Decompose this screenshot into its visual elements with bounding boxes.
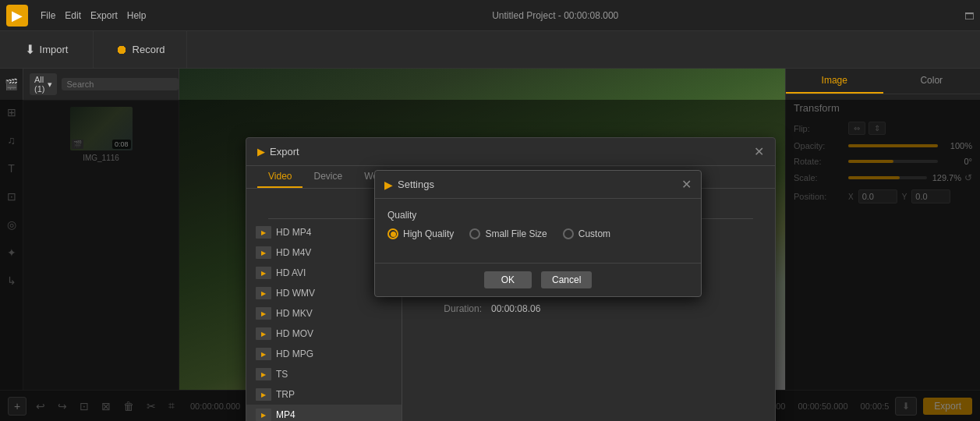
tab-color[interactable]: Color (883, 69, 981, 94)
toolbar-left: ⬇ Import ⏺ Record (0, 31, 187, 68)
export-title-text: Export (270, 146, 299, 157)
media-search-input[interactable] (62, 78, 179, 90)
format-hd-mov[interactable]: ▶ HD MOV (246, 324, 402, 344)
right-tabs: Image Color (786, 69, 980, 94)
format-hd-mpg[interactable]: ▶ HD MPG (246, 344, 402, 364)
menu-file[interactable]: File (41, 10, 55, 21)
maximize-icon[interactable]: 🗖 (964, 11, 974, 20)
duration-row: Duration: 00:00:08.06 (413, 303, 764, 314)
format-icon-hd-mpg: ▶ (256, 348, 271, 360)
duration-label: Duration: (413, 303, 491, 314)
top-bar: ▶ File Edit Export Help Untitled Project… (0, 0, 980, 31)
export-title-icon: ▶ (257, 146, 265, 157)
export-panel-close-button[interactable]: ✕ (754, 144, 764, 159)
export-tab-video[interactable]: Video (257, 166, 302, 188)
settings-cancel-button[interactable]: Cancel (541, 271, 592, 288)
format-trp[interactable]: ▶ TRP (246, 384, 402, 405)
settings-footer: OK Cancel (375, 263, 701, 296)
media-toolbar: All (1) ▾ ⊞ (23, 69, 179, 101)
import-button[interactable]: ⬇ Import (0, 31, 93, 68)
export-panel-title: ▶ Export (257, 146, 299, 157)
chevron-down-icon: ▾ (48, 80, 52, 90)
export-panel-header: ▶ Export ✕ (246, 138, 775, 166)
quality-custom[interactable]: Custom (563, 228, 610, 239)
import-icon: ⬇ (25, 42, 35, 57)
format-icon-hd-avi: ▶ (256, 267, 271, 279)
menu-help[interactable]: Help (127, 10, 147, 21)
export-tab-device[interactable]: Device (302, 166, 353, 188)
import-label: Import (40, 44, 69, 55)
format-icon-mp4: ▶ (256, 409, 271, 421)
format-ts[interactable]: ▶ TS (246, 364, 402, 384)
project-title: Untitled Project - 00:00:08.000 (152, 10, 958, 21)
menu-export[interactable]: Export (90, 10, 118, 21)
settings-ok-button[interactable]: OK (484, 271, 532, 288)
quality-high-label: High Quality (403, 228, 454, 239)
sidebar-icon-media[interactable]: 🎬 (2, 75, 21, 94)
top-menu: File Edit Export Help (41, 10, 146, 21)
settings-title-icon: ▶ (384, 179, 393, 191)
app-logo: ▶ (6, 5, 28, 27)
record-icon: ⏺ (115, 43, 128, 57)
record-button[interactable]: ⏺ Record (93, 31, 186, 68)
main-toolbar: ⬇ Import ⏺ Record (0, 31, 980, 69)
quality-small-label: Small File Size (485, 228, 547, 239)
duration-value: 00:00:08.06 (491, 303, 540, 314)
format-icon-hd-wmv: ▶ (256, 287, 271, 299)
record-label: Record (133, 44, 165, 55)
quality-label: Quality (387, 210, 688, 221)
settings-body: Quality High Quality Small File Size (375, 199, 701, 263)
format-icon-trp: ▶ (256, 388, 271, 401)
radio-small-file (469, 228, 480, 239)
settings-title: ▶ Settings (384, 179, 434, 191)
format-icon-hd-mkv: ▶ (256, 307, 271, 320)
tab-image[interactable]: Image (786, 69, 883, 94)
quality-high[interactable]: High Quality (387, 228, 454, 239)
window-controls: 🗖 (964, 11, 974, 20)
settings-close-button[interactable]: ✕ (681, 177, 692, 192)
quality-options: High Quality Small File Size Custom (387, 228, 688, 239)
settings-title-text: Settings (398, 179, 434, 190)
quality-small[interactable]: Small File Size (469, 228, 547, 239)
settings-dialog: ▶ Settings ✕ Quality High Quality Small … (374, 170, 702, 297)
quality-custom-label: Custom (578, 228, 610, 239)
format-icon-ts: ▶ (256, 368, 271, 380)
radio-custom (563, 228, 574, 239)
format-icon-hd-mov: ▶ (256, 327, 271, 340)
radio-high-quality (387, 228, 398, 239)
format-icon-hd-mp4: ▶ (256, 226, 271, 239)
menu-edit[interactable]: Edit (65, 10, 81, 21)
settings-header: ▶ Settings ✕ (375, 171, 701, 199)
media-filter-dropdown[interactable]: All (1) ▾ (30, 73, 57, 95)
format-hd-mkv[interactable]: ▶ HD MKV (246, 303, 402, 324)
format-mp4[interactable]: ▶ MP4 (246, 405, 402, 421)
format-icon-hd-m4v: ▶ (256, 246, 271, 259)
